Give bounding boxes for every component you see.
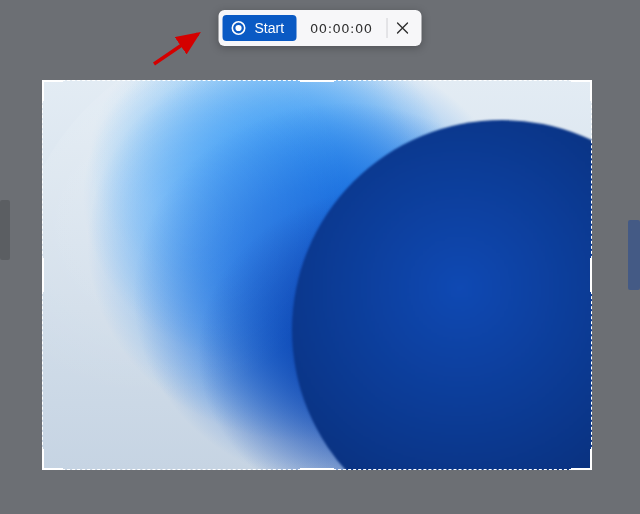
start-record-button[interactable]: Start [223,15,297,41]
desktop-background-edge [0,200,10,260]
record-icon [231,20,247,36]
svg-point-1 [235,25,241,31]
svg-line-2 [154,34,198,64]
capture-selection-region[interactable] [42,80,592,470]
wallpaper-bloom [42,80,592,470]
close-button[interactable] [387,14,417,42]
recording-timer: 00:00:00 [296,21,386,36]
desktop-background-edge [628,220,640,290]
annotation-arrow [150,28,210,68]
recording-toolbar: Start 00:00:00 [219,10,422,46]
close-icon [396,22,408,34]
start-button-label: Start [255,20,285,36]
